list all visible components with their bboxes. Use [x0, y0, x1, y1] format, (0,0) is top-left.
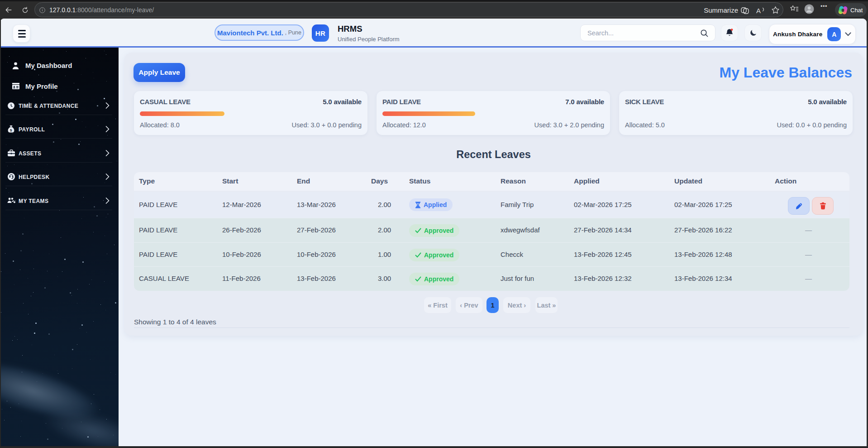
svg-text:$: $ [10, 128, 12, 132]
svg-text:A: A [756, 6, 761, 14]
